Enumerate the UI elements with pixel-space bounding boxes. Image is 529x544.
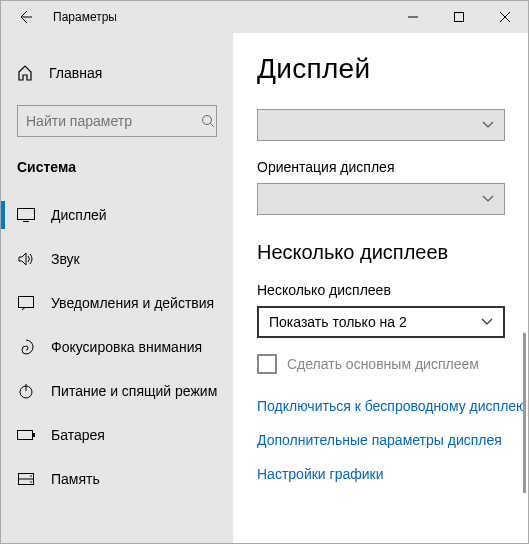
orientation-label: Ориентация дисплея — [257, 159, 528, 175]
minimize-icon — [408, 12, 418, 22]
link-wireless-display[interactable]: Подключиться к беспроводному дисплею — [257, 398, 528, 414]
make-primary-label: Сделать основным дисплеем — [287, 356, 479, 372]
search-box[interactable] — [17, 105, 217, 137]
notifications-icon — [17, 296, 35, 310]
nav-item-label: Питание и спящий режим — [51, 383, 217, 399]
sidebar: Главная Система Дисплей Звук — [1, 33, 233, 543]
svg-rect-11 — [18, 431, 33, 440]
minimize-button[interactable] — [390, 1, 436, 33]
dropdown-orientation[interactable] — [257, 183, 505, 215]
make-primary-checkbox[interactable] — [257, 354, 277, 374]
link-graphics-settings[interactable]: Настройки графики — [257, 466, 528, 482]
arrow-left-icon — [17, 9, 33, 25]
make-primary-row: Сделать основным дисплеем — [257, 354, 528, 374]
maximize-button[interactable] — [436, 1, 482, 33]
svg-rect-8 — [19, 297, 34, 308]
dropdown-multi-displays[interactable]: Показать только на 2 — [257, 306, 505, 338]
nav-item-focus[interactable]: Фокусировка внимания — [1, 325, 233, 369]
nav-item-sound[interactable]: Звук — [1, 237, 233, 281]
sound-icon — [17, 252, 35, 266]
content: Главная Система Дисплей Звук — [1, 33, 528, 543]
home-icon — [17, 65, 33, 81]
storage-icon — [17, 473, 35, 485]
section-label: Система — [1, 145, 233, 185]
nav-item-label: Уведомления и действия — [51, 295, 214, 311]
page-heading: Дисплей — [257, 53, 528, 85]
nav-item-notifications[interactable]: Уведомления и действия — [1, 281, 233, 325]
dropdown-scale[interactable] — [257, 109, 505, 141]
maximize-icon — [454, 12, 464, 22]
search-input[interactable] — [26, 113, 201, 129]
close-button[interactable] — [482, 1, 528, 33]
window-controls — [390, 1, 528, 33]
battery-icon — [17, 430, 35, 440]
svg-rect-1 — [455, 13, 464, 22]
settings-window: Параметры Главная Система — [0, 0, 529, 544]
nav-item-label: Звук — [51, 251, 80, 267]
chevron-down-icon — [482, 195, 494, 203]
nav-item-battery[interactable]: Батарея — [1, 413, 233, 457]
titlebar: Параметры — [1, 1, 528, 33]
nav-home-label: Главная — [49, 65, 102, 81]
nav-item-power[interactable]: Питание и спящий режим — [1, 369, 233, 413]
svg-point-16 — [30, 481, 32, 483]
nav-home[interactable]: Главная — [1, 53, 233, 93]
scrollbar[interactable] — [523, 333, 526, 493]
svg-point-4 — [203, 116, 212, 125]
link-advanced-display[interactable]: Дополнительные параметры дисплея — [257, 432, 528, 448]
focus-icon — [17, 339, 35, 355]
nav-item-label: Дисплей — [51, 207, 107, 223]
back-button[interactable] — [1, 1, 49, 33]
svg-point-15 — [30, 475, 32, 477]
nav-item-storage[interactable]: Память — [1, 457, 233, 501]
nav-list: Дисплей Звук Уведомления и действия Фоку… — [1, 193, 233, 501]
multi-displays-label: Несколько дисплеев — [257, 282, 528, 298]
multi-displays-heading: Несколько дисплеев — [257, 241, 528, 264]
search-icon — [201, 114, 215, 128]
nav-item-label: Батарея — [51, 427, 105, 443]
chevron-down-icon — [482, 121, 494, 129]
chevron-down-icon — [481, 318, 493, 326]
nav-item-display[interactable]: Дисплей — [1, 193, 233, 237]
power-icon — [17, 383, 35, 399]
svg-line-5 — [211, 124, 215, 128]
nav-item-label: Память — [51, 471, 100, 487]
main-panel: Дисплей Ориентация дисплея Несколько дис… — [233, 33, 528, 543]
close-icon — [500, 12, 510, 22]
window-title: Параметры — [49, 10, 390, 24]
dropdown-multi-value: Показать только на 2 — [269, 314, 407, 330]
nav-item-label: Фокусировка внимания — [51, 339, 202, 355]
svg-rect-12 — [33, 433, 35, 437]
display-icon — [17, 208, 35, 222]
svg-rect-6 — [18, 209, 35, 220]
